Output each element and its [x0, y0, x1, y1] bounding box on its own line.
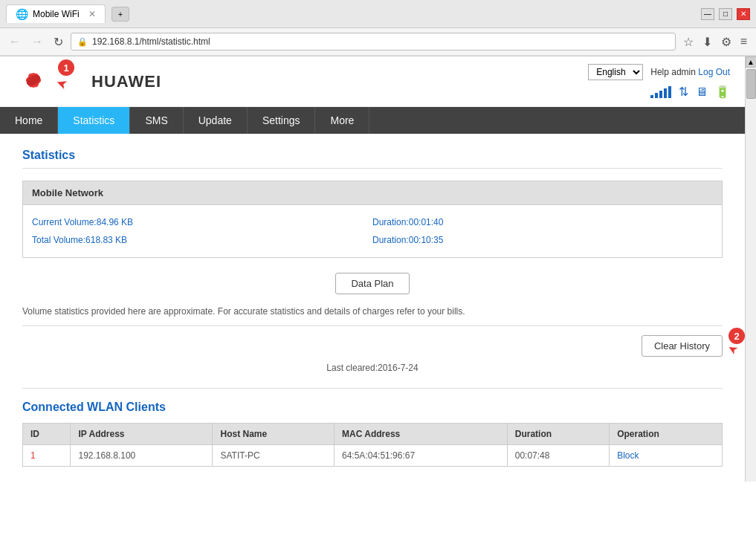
- annotation-1: 1: [58, 59, 74, 76]
- header-right: English Help admin Log Out: [588, 64, 730, 99]
- current-volume-label: Current Volume:: [32, 217, 97, 227]
- total-volume-cell: Total Volume:618.83 KB: [32, 235, 372, 245]
- battery-icon: 🔋: [715, 85, 730, 99]
- row-mac: 64:5A:04:51:96:67: [335, 445, 508, 467]
- address-text: 192.168.8.1/html/statistic.html: [92, 36, 669, 47]
- data-plan-area: Data Plan: [22, 273, 723, 294]
- current-volume-value: 84.96 KB: [97, 217, 133, 227]
- forward-button[interactable]: →: [28, 33, 46, 50]
- col-operation: Operation: [610, 424, 723, 445]
- content-main: 1 ➤ HUAWEI English Help admin: [0, 56, 745, 482]
- tab-favicon: 🌐: [16, 8, 28, 20]
- total-volume-label: Total Volume:: [32, 235, 85, 245]
- last-cleared-label: Last cleared:: [326, 363, 378, 373]
- nav-home[interactable]: Home: [0, 107, 58, 134]
- browser-chrome: 🌐 Mobile WiFi ✕ + — □ ✕ ← → ↻ 🔒 192.168.…: [0, 0, 756, 56]
- logo-area: 1 ➤ HUAWEI: [15, 65, 161, 97]
- minimize-button[interactable]: —: [701, 8, 714, 20]
- language-selector-wrap: English: [588, 64, 643, 80]
- signal-bar-2: [655, 93, 658, 98]
- language-select[interactable]: English: [588, 64, 643, 80]
- address-bar[interactable]: 🔒 192.168.8.1/html/statistic.html: [71, 33, 676, 51]
- main-nav: Home Statistics SMS Update Settings More: [0, 107, 745, 134]
- logo-text: HUAWEI: [91, 72, 161, 91]
- current-volume-cell: Current Volume:84.96 KB: [32, 217, 372, 227]
- logo-wrapper: 1 ➤: [15, 65, 52, 97]
- mobile-network-body: Current Volume:84.96 KB Duration:00:01:4…: [23, 205, 722, 257]
- clear-history-btn-wrapper: Clear History 2 ➤: [642, 335, 723, 357]
- col-id: ID: [23, 424, 71, 445]
- nav-sms[interactable]: SMS: [130, 107, 183, 134]
- annotation-circle-1: 1: [58, 59, 74, 76]
- col-host: Host Name: [213, 424, 335, 445]
- admin-link[interactable]: admin: [671, 67, 696, 77]
- main-content: Statistics Mobile Network Current Volume…: [0, 134, 745, 482]
- tab-title: Mobile WiFi: [33, 9, 80, 19]
- section-divider: [22, 388, 723, 389]
- header-links: Help admin Log Out: [650, 67, 730, 77]
- wlan-section-title: Connected WLAN Clients: [22, 401, 723, 414]
- row-duration: 00:07:48: [507, 445, 609, 467]
- mobile-network-box: Mobile Network Current Volume:84.96 KB D…: [22, 181, 723, 258]
- duration2-cell: Duration:00:10:35: [372, 235, 713, 245]
- browser-nav-actions: ☆ ⬇ ⚙ ≡: [680, 33, 750, 51]
- page-body: 1 ➤ HUAWEI English Help admin: [0, 56, 756, 482]
- wlan-table: ID IP Address Host Name MAC Address Dura…: [22, 423, 723, 467]
- row-operation-block[interactable]: Block: [610, 445, 723, 467]
- signal-bar-1: [650, 95, 653, 98]
- clear-history-area: Clear History 2 ➤: [22, 335, 723, 357]
- scroll-up-button[interactable]: ▲: [746, 56, 757, 68]
- help-link[interactable]: Help: [650, 67, 669, 77]
- address-bar-icon: 🔒: [77, 37, 88, 47]
- browser-nav-bar: ← → ↻ 🔒 192.168.8.1/html/statistic.html …: [0, 28, 756, 56]
- refresh-button[interactable]: ↻: [51, 33, 66, 51]
- data-plan-button[interactable]: Data Plan: [335, 273, 409, 294]
- stats-row-current: Current Volume:84.96 KB Duration:00:01:4…: [32, 217, 713, 227]
- duration2-value: 00:10:35: [409, 235, 444, 245]
- clear-history-container: Clear History 2 ➤: [22, 335, 723, 357]
- bookmark-button[interactable]: ☆: [680, 33, 697, 51]
- signal-bar-3: [659, 91, 662, 98]
- status-icons: ⇅ 🖥 🔋: [650, 85, 730, 99]
- row-id: 1: [23, 445, 71, 467]
- col-mac: MAC Address: [335, 424, 508, 445]
- page-header: 1 ➤ HUAWEI English Help admin: [0, 56, 745, 107]
- scrollbar[interactable]: ▲: [745, 56, 756, 482]
- table-row: 1 192.168.8.100 SATIT-PC 64:5A:04:51:96:…: [23, 445, 723, 467]
- notice-text: Volume statistics provided here are appr…: [22, 306, 723, 326]
- browser-tab-active[interactable]: 🌐 Mobile WiFi ✕: [6, 4, 106, 23]
- nav-settings[interactable]: Settings: [248, 107, 316, 134]
- signal-bars: [650, 86, 671, 98]
- title-bar: 🌐 Mobile WiFi ✕ + — □ ✕: [0, 0, 756, 28]
- tab-close-button[interactable]: ✕: [88, 9, 96, 19]
- nav-more[interactable]: More: [315, 107, 369, 134]
- wlan-table-header-row: ID IP Address Host Name MAC Address Dura…: [23, 424, 723, 445]
- last-cleared-value: 2016-7-24: [378, 363, 419, 373]
- header-top-right: English Help admin Log Out: [588, 64, 730, 80]
- title-bar-left: 🌐 Mobile WiFi ✕ +: [6, 4, 129, 23]
- row-ip: 192.168.8.100: [71, 445, 213, 467]
- duration1-label: Duration:: [372, 217, 409, 227]
- settings-button[interactable]: ⚙: [718, 33, 734, 51]
- close-button[interactable]: ✕: [737, 8, 750, 20]
- logout-link[interactable]: Log Out: [698, 67, 730, 77]
- last-cleared: Last cleared:2016-7-24: [22, 363, 723, 373]
- data-transfer-icon: ⇅: [679, 85, 688, 99]
- annotation-arrow-1: ➤: [54, 74, 70, 94]
- duration1-value: 00:01:40: [409, 217, 444, 227]
- new-tab-button[interactable]: +: [112, 7, 129, 22]
- nav-statistics[interactable]: Statistics: [58, 107, 130, 134]
- wlan-table-body: 1 192.168.8.100 SATIT-PC 64:5A:04:51:96:…: [23, 445, 723, 467]
- total-volume-value: 618.83 KB: [85, 235, 127, 245]
- clear-history-button[interactable]: Clear History: [642, 335, 723, 357]
- scroll-thumb[interactable]: [746, 69, 756, 99]
- menu-button[interactable]: ≡: [737, 33, 750, 50]
- duration2-label: Duration:: [372, 235, 409, 245]
- maximize-button[interactable]: □: [719, 8, 732, 20]
- download-button[interactable]: ⬇: [700, 33, 715, 51]
- signal-bar-5: [668, 86, 671, 98]
- wlan-table-head: ID IP Address Host Name MAC Address Dura…: [23, 424, 723, 445]
- duration1-cell: Duration:00:01:40: [372, 217, 713, 227]
- back-button[interactable]: ←: [6, 33, 24, 50]
- nav-update[interactable]: Update: [184, 107, 248, 134]
